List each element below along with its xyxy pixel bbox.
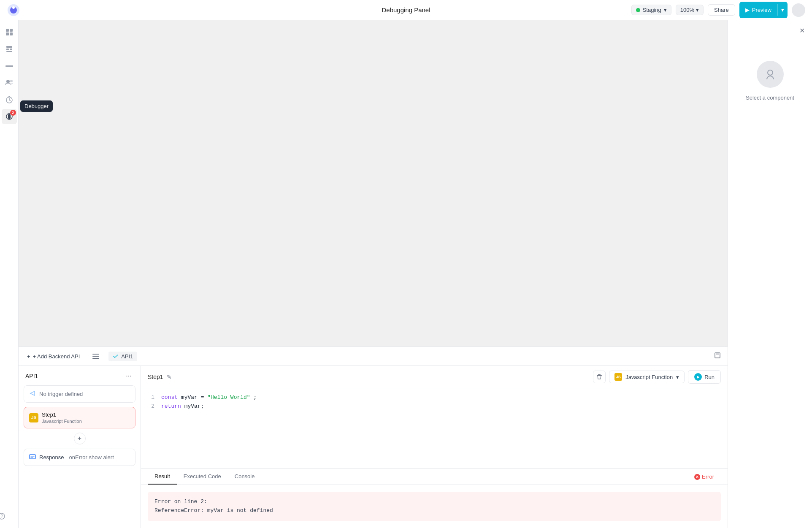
preview-button[interactable]: ▶ Preview ▾ <box>739 2 788 18</box>
error-label: Error <box>702 474 714 480</box>
main-layout: 2 Debugger ? + + Add Backend API <box>0 20 812 528</box>
play-icon: ▶ <box>745 7 750 13</box>
tab-executed-code[interactable]: Executed Code <box>177 469 228 485</box>
status-dot <box>636 8 640 12</box>
user-avatar[interactable] <box>792 3 805 17</box>
app-logo[interactable] <box>7 3 20 17</box>
topbar-left <box>7 3 20 17</box>
response-icon <box>29 453 36 461</box>
code-line-1: 1 const myVar = "Hello World" ; <box>148 393 721 402</box>
svg-text:?: ? <box>0 514 3 519</box>
response-label: Response <box>39 454 64 460</box>
edit-icon[interactable]: ✎ <box>167 374 172 380</box>
expand-button[interactable] <box>712 350 723 362</box>
svg-rect-24 <box>716 353 719 355</box>
svg-rect-20 <box>92 354 99 355</box>
svg-rect-16 <box>8 96 10 97</box>
api-tab-label: API1 <box>121 353 133 360</box>
step-name: Step1 <box>42 412 82 418</box>
function-type-selector[interactable]: JS Javascript Function ▾ <box>609 371 685 383</box>
list-menu-button[interactable] <box>90 350 102 362</box>
svg-rect-27 <box>598 374 601 375</box>
svg-rect-9 <box>10 49 12 50</box>
error-line-1: Error on line 2: <box>154 498 714 506</box>
api-name: API1 <box>25 373 38 379</box>
sidebar-item-menu[interactable] <box>2 58 17 73</box>
run-button[interactable]: ▶ Run <box>688 370 721 384</box>
api-list: API1 ··· No trigger defined JS <box>19 366 141 528</box>
canvas-area: + + Add Backend API API1 <box>19 20 728 528</box>
sidebar-item-grid[interactable] <box>2 24 17 40</box>
plus-icon: + <box>27 353 30 360</box>
svg-point-14 <box>10 80 13 82</box>
bottom-toolbar: + + Add Backend API API1 <box>19 347 728 366</box>
code-header: Step1 ✎ <box>141 366 728 388</box>
svg-point-28 <box>768 70 773 75</box>
trigger-icon <box>29 390 36 398</box>
staging-chevron-icon: ▾ <box>664 7 667 13</box>
staging-label: Staging <box>643 7 661 13</box>
sidebar-bottom: ? <box>2 509 17 524</box>
svg-rect-3 <box>6 29 9 32</box>
svg-rect-10 <box>6 51 12 52</box>
error-line-2: ReferenceError: myVar is not defined <box>154 506 714 515</box>
share-button[interactable]: Share <box>708 4 735 16</box>
api1-tab[interactable]: API1 <box>108 352 137 361</box>
step-item[interactable]: JS Step1 Javascript Function <box>24 407 135 428</box>
zoom-badge[interactable]: 100% ▾ <box>676 5 704 15</box>
response-item: Response onError show alert <box>24 449 135 466</box>
select-component-area: Select a component <box>746 61 794 101</box>
add-api-label: + Add Backend API <box>33 353 80 360</box>
error-box: Error on line 2: ReferenceError: myVar i… <box>148 492 721 521</box>
results-content: Error on line 2: ReferenceError: myVar i… <box>141 485 728 528</box>
step-info: Step1 Javascript Function <box>42 412 82 424</box>
svg-rect-22 <box>92 358 99 359</box>
delete-button[interactable] <box>593 371 606 383</box>
close-button[interactable]: ✕ <box>797 25 807 35</box>
help-icon[interactable]: ? <box>0 509 9 524</box>
line-num-2: 2 <box>148 402 154 411</box>
error-dot-icon: ✕ <box>694 474 700 480</box>
debugger-tooltip: Debugger <box>20 100 53 112</box>
step-js-badge: JS <box>29 413 38 422</box>
status-badge[interactable]: Staging ▾ <box>631 5 671 15</box>
svg-point-2 <box>12 6 15 9</box>
code-header-right: JS Javascript Function ▾ ▶ Run <box>593 370 721 384</box>
svg-rect-21 <box>92 356 99 357</box>
trigger-label: No trigger defined <box>39 391 83 397</box>
sidebar-item-debugger[interactable]: 2 <box>2 109 17 124</box>
add-step-button[interactable]: + <box>74 433 86 444</box>
step-title-area: Step1 ✎ <box>148 374 172 380</box>
sidebar-item-timer[interactable] <box>2 92 17 107</box>
canvas-top <box>19 20 728 347</box>
debugger-badge: 2 <box>10 110 16 116</box>
svg-rect-5 <box>6 32 9 35</box>
svg-rect-8 <box>6 49 9 50</box>
results-section: Result Executed Code Console ✕ Error Err… <box>141 468 728 528</box>
topbar-right: Staging ▾ 100% ▾ Share ▶ Preview ▾ <box>631 2 805 18</box>
topbar: Debugging Panel Staging ▾ 100% ▾ Share ▶… <box>0 0 812 20</box>
preview-dropdown[interactable]: ▾ <box>778 4 788 16</box>
svg-rect-4 <box>10 29 13 32</box>
sidebar-item-users[interactable] <box>2 75 17 90</box>
tab-console[interactable]: Console <box>228 469 262 485</box>
js-badge: JS <box>614 373 622 381</box>
preview-main[interactable]: ▶ Preview <box>739 4 778 16</box>
preview-label: Preview <box>752 7 771 13</box>
sidebar-item-apps[interactable] <box>2 41 17 57</box>
add-backend-api-button[interactable]: + + Add Backend API <box>24 352 83 361</box>
code-line-2: 2 return myVar; <box>148 402 721 411</box>
run-icon: ▶ <box>694 373 702 381</box>
function-type-label: Javascript Function <box>625 374 673 380</box>
run-label: Run <box>704 374 715 380</box>
code-panel: Step1 ✎ <box>141 366 728 528</box>
page-title: Debugging Panel <box>382 6 430 14</box>
code-editor[interactable]: 1 const myVar = "Hello World" ; 2 <box>141 388 728 468</box>
line-num-1: 1 <box>148 393 154 402</box>
select-component-label: Select a component <box>746 95 794 101</box>
tab-result[interactable]: Result <box>148 469 177 485</box>
step-title: Step1 <box>148 374 163 380</box>
bottom-content: API1 ··· No trigger defined JS <box>19 366 728 528</box>
error-status-badge: ✕ Error <box>687 470 721 483</box>
api-more-button[interactable]: ··· <box>124 371 134 381</box>
